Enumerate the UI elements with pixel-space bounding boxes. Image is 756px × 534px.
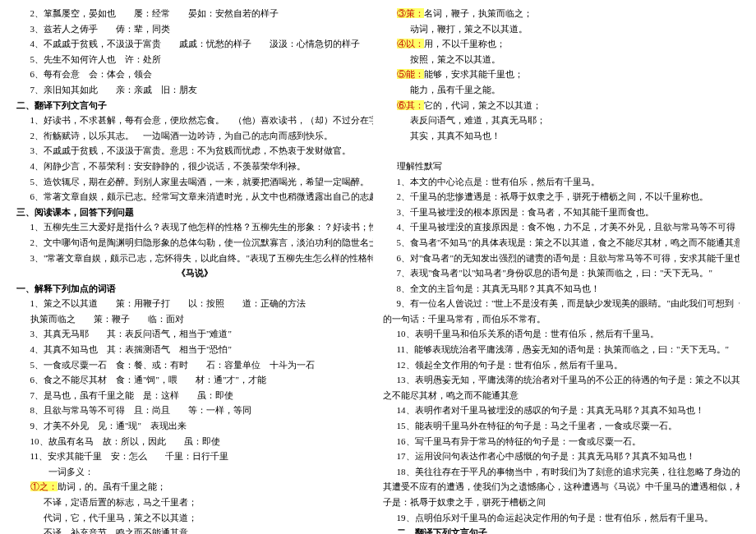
polysemy-heading: 一词多义： <box>16 465 373 480</box>
right-column: ③策：名词，鞭子，执策而临之； 动词，鞭打，策之不以其道。 ④以：用，不以千里称… <box>378 7 744 527</box>
dictation-item: 18、美往往存在于平凡的事物当中，有时我们为了刻意的追求完美，往往忽略了身边的美… <box>383 465 740 480</box>
polysemy-text: 它的，代词，策之不以其道； <box>424 100 542 110</box>
glossary-item: 6、食之不能尽其材 食：通"饲"，喂 材：通"才"，才能 <box>16 373 373 388</box>
dictation-item: 7、表现"食马者"以"知马者"身份叹息的语句是：执策而临之，曰："天下无马。" <box>383 266 740 281</box>
translation-item: 3、不戚戚于贫贱，不汲汲于富贵。意思：不为贫贱而忧虑，不热衷于发财做官。 <box>16 144 373 159</box>
article-title: 《马说》 <box>16 266 373 281</box>
glossary-item: 11、安求其能千里 安：怎么 千里：日行千里 <box>16 449 373 464</box>
translation-item: 2、衔觞赋诗，以乐其志。 一边喝酒一边吟诗，为自己的志向而感到快乐。 <box>16 129 373 144</box>
glossary-item: 8、且欲与常马等不可得 且：尚且 等：一样，等同 <box>16 403 373 418</box>
polysemy-text: 能够，安求其能千里也； <box>424 69 523 79</box>
polysemy-item: ⑤能：能够，安求其能千里也； <box>383 67 740 82</box>
vocab-item: 5、先生不知何许人也 许：处所 <box>16 53 373 67</box>
glossary-item: 执策而临之 策：鞭子 临：面对 <box>16 312 373 327</box>
dictation-item: 1、本文的中心论点是：世有伯乐，然后有千里马。 <box>383 175 740 190</box>
blank-line <box>383 144 740 159</box>
translation-item: 4、闲静少言，不慕荣利：安安静静的，很少说话，不羡慕荣华利禄。 <box>16 159 373 174</box>
glossary-item: 1、策之不以其道 策：用鞭子打 以：按照 道：正确的方法 <box>16 297 373 311</box>
polysemy-sub: 表反问语气，难道，其真无马耶； <box>383 113 740 128</box>
glossary-item: 9、才美不外见 见：通"现" 表现出来 <box>16 419 373 434</box>
dictation-item-cont: 其遭受不应有的遭遇，使我们为之遗憾痛心，这种遭遇与《马说》中千里马的遭遇相似，相… <box>383 480 740 495</box>
dictation-item-cont: 子是：祇辱于奴隶之手，骈死于槽枥之间 <box>383 495 740 510</box>
dictation-item: 17、运用设问句表达作者心中感慨的句子是：其真无马耶？其真不知马也！ <box>383 449 740 464</box>
left-column: 2、箪瓢屡空，晏如也 屡：经常 晏如：安然自若的样子 3、兹若人之俦乎 俦：辈，… <box>12 7 378 527</box>
dictation-item: 6、对"食马者"的无知发出强烈的谴责的语句是：且欲与常马等不可得，安求其能千里也… <box>383 251 740 266</box>
glossary-item: 7、是马也，虽有千里之能 是：这样 虽：即使 <box>16 389 373 403</box>
dictation-item: 3、千里马被埋没的根本原因是：食马者，不知其能千里而食也。 <box>383 205 740 220</box>
polysemy-sub: 代词，它，代千里马，策之不以其道； <box>16 511 373 526</box>
polysemy-item: ③策：名词，鞭子，执策而临之； <box>383 7 740 21</box>
index-marker: ③策： <box>397 8 424 18</box>
dictation-item: 13、表明愚妄无知，平庸浅薄的统治者对千里马的不公正的待遇的句子是：策之不以其道… <box>383 373 740 388</box>
dictation-item: 9、有一位名人曾说过："世上不是没有美，而是缺少发现美的眼睛。"由此我们可想到《… <box>383 297 740 311</box>
dictation-item: 5、食马者"不知马"的具体表现是：策之不以其道，食之不能尽其材，鸣之而不能通其意 <box>383 236 740 251</box>
polysemy-item: ⑥其：它的，代词，策之不以其道； <box>383 99 740 113</box>
vocab-item: 4、不戚戚于贫贱，不汲汲于富贵 戚戚：忧愁的样子 汲汲：心情急切的样子 <box>16 37 373 52</box>
polysemy-sub: 不译，定语后置的标志，马之千里者； <box>16 495 373 510</box>
dictation-item: 10、表明千里马和伯乐关系的语句是：世有伯乐，然后有千里马。 <box>383 327 740 342</box>
polysemy-sub: 动词，鞭打，策之不以其道。 <box>383 22 740 37</box>
translation-item: 6、常著文章自娱，颇示已志。经常写文章来消遣时光，从文中也稍微透露出自己的志趣。 <box>16 190 373 205</box>
index-marker: ④以： <box>397 39 424 48</box>
glossary-item: 3、其真无马耶 其：表反问语气，相当于"难道" <box>16 327 373 342</box>
translation-item: 1、好读书，不求甚解，每有会意，便欣然忘食。 （他）喜欢读书，（却）不过分在字句… <box>16 113 373 128</box>
polysemy-text: 助词，的。虽有千里之能； <box>58 481 166 491</box>
polysemy-sub: 其实，其真不知马也！ <box>383 129 740 144</box>
index-marker: ⑤能： <box>397 69 424 79</box>
glossary-item: 5、一食或尽粟一石 食：餐、或：有时 石：容量单位 十斗为一石 <box>16 358 373 373</box>
dictation-item: 4、千里马被埋没的直接原因是：食不饱，力不足，才美不外见，且欲与常马等不可得 <box>383 220 740 235</box>
polysemy-item: ①之：助词，的。虽有千里之能； <box>16 480 373 495</box>
polysemy-text: 用，不以千里称也； <box>424 39 505 48</box>
section-heading: 一、解释下列加点的词语 <box>16 282 373 297</box>
section-heading: 二、翻译下列文言句子 <box>16 99 373 113</box>
dictation-item: 11、能够表现统治者平庸浅薄，愚妄无知的语句是：执策而临之，曰："天下无马。" <box>383 343 740 357</box>
question-item: 3、"常著文章自娱，颇示己志，忘怀得失，以此自终。"表现了五柳先生怎么样的性格特… <box>16 251 373 266</box>
glossary-item: 10、故虽有名马 故：所以，因此 虽：即使 <box>16 435 373 449</box>
section-heading: 三、阅读课本，回答下列问题 <box>16 205 373 220</box>
dictation-item-cont: 的一句话：千里马常有，而伯乐不常有。 <box>383 312 740 327</box>
vocab-item: 2、箪瓢屡空，晏如也 屡：经常 晏如：安然自若的样子 <box>16 7 373 21</box>
vocab-item: 7、亲旧知其如此 亲：亲戚 旧：朋友 <box>16 83 373 98</box>
dictation-item-cont: 之不能尽其材，鸣之而不能通其意 <box>383 389 740 403</box>
dictation-item: 19、点明伯乐对千里马的命运起决定作用的句子是：世有伯乐，然后有千里马。 <box>383 511 740 526</box>
polysemy-item: ④以：用，不以千里称也； <box>383 37 740 52</box>
polysemy-sub: 按照，策之不以其道。 <box>383 53 740 67</box>
vocab-item: 6、每有会意 会：体会，领会 <box>16 67 373 82</box>
question-item: 1、五柳先生三大爱好是指什么？表现了他怎样的性格？五柳先生的形象：？好读书；性嗜… <box>16 220 373 235</box>
question-item: 2、文中哪句语句是陶渊明归隐形象的总体勾勒，使一位沉默寡言，淡泊功利的隐世名士飘… <box>16 236 373 251</box>
dictation-item: 12、领起全文作用的句子是：世有伯乐，然后有千里马。 <box>383 358 740 373</box>
vocab-item: 3、兹若人之俦乎 俦：辈，同类 <box>16 22 373 37</box>
translation-item: 5、造饮辄尽，期在必醉。到别人家里去喝酒，一来，就要把酒喝光，希望一定喝醉。 <box>16 175 373 190</box>
dictation-item: 8、全文的主旨句是：其真无马耶？其真不知马也！ <box>383 282 740 297</box>
dictation-item: 16、写千里马有异于常马的特征的句子是：一食或尽粟一石。 <box>383 435 740 449</box>
index-marker: ⑥其： <box>397 100 424 110</box>
polysemy-text: 名词，鞭子，执策而临之； <box>424 8 532 18</box>
section-heading: 二、翻译下列文言句子 <box>383 526 740 534</box>
dictation-item: 14、表明作者对千里马被埋没的感叹的句子是：其真无马耶？其真不知马也！ <box>383 403 740 418</box>
index-marker: ①之： <box>30 481 58 491</box>
glossary-item: 4、其真不知马也 其：表揣测语气 相当于"恐怕" <box>16 343 373 357</box>
dictation-item: 2、千里马的悲惨遭遇是：祇辱于奴隶之手，骈死于槽枥之间，不以千里称也。 <box>383 190 740 205</box>
polysemy-sub: 能力，虽有千里之能。 <box>383 83 740 98</box>
polysemy-sub: 不译，补充音节，鸣之而不能通其意。 <box>16 526 373 534</box>
dictation-item: 15、能表明千里马外在特征的句子是：马之千里者，一食或尽粟一石。 <box>383 419 740 434</box>
section-heading: 理解性默写 <box>383 159 740 174</box>
